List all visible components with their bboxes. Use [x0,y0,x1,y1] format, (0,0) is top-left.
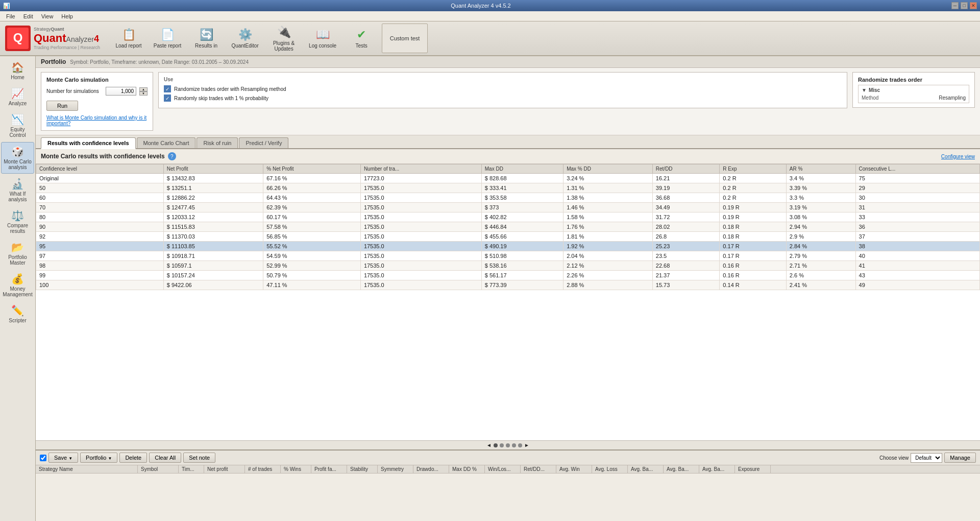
menu-file[interactable]: File [2,12,19,20]
cell-9-7: 0.16 R [720,261,786,271]
col-avg-ba2[interactable]: Avg. Ba... [664,465,699,473]
sidebar-item-money-management[interactable]: 💰 Money Management [1,270,34,300]
paste-report-button[interactable]: 📄 Paste report [149,23,186,53]
scroll-dot-1[interactable] [494,443,498,447]
col-r-exp[interactable]: R Exp [720,164,786,174]
col-avg-ba1[interactable]: Avg. Ba... [628,465,664,473]
col-ar-pct[interactable]: AR % [786,164,855,174]
col-exposure[interactable]: Exposure [735,465,771,473]
sidebar-item-what-if[interactable]: 🔬 What If analysis [1,175,34,205]
table-row[interactable]: 99$ 10157.2450.79 %17535.0$ 561.172.26 %… [36,271,980,280]
col-pct-wins[interactable]: % Wins [281,465,311,473]
col-profit-factor[interactable]: Profit fa... [311,465,347,473]
sidebar-item-equity-control[interactable]: 📉 Equity Control [1,110,34,141]
table-row[interactable]: Original$ 13432.8367.16 %17723.0$ 828.68… [36,174,980,183]
what-is-link[interactable]: What is Monte Carlo simulation and why i… [46,115,148,126]
num-simulations-input[interactable] [106,87,136,96]
scroll-dot-2[interactable] [500,443,504,447]
col-max-dd[interactable]: Max DD [481,164,563,174]
cell-9-1: $ 10597.1 [163,261,263,271]
run-button[interactable]: Run [46,101,78,111]
col-cons-l[interactable]: Consecutive L... [855,164,979,174]
option2-checkbox[interactable]: ✓ [164,94,171,102]
option1-checkbox[interactable]: ✓ [164,85,171,92]
table-row[interactable]: 60$ 12886.2264.43 %17535.0$ 353.581.38 %… [36,193,980,203]
select-all-checkbox[interactable] [40,455,46,461]
paste-report-icon: 📄 [161,28,175,41]
col-timeframe[interactable]: Tim... [179,465,204,473]
table-row[interactable]: 97$ 10918.7154.59 %17535.0$ 510.982.04 %… [36,251,980,261]
col-num-trades-b[interactable]: # of trades [245,465,281,473]
view-select[interactable]: Default [911,453,942,463]
table-row[interactable]: 80$ 12033.1260.17 %17535.0$ 402.821.58 %… [36,212,980,222]
plugins-updates-button[interactable]: 🔌 Plugins & Updates [265,23,302,53]
col-symbol[interactable]: Symbol [138,465,179,473]
scroll-dot-5[interactable] [518,443,522,447]
tab-confidence[interactable]: Results with confidence levels [41,137,136,149]
sidebar-item-analyze[interactable]: 📈 Analyze [1,84,34,109]
num-simulations-stepper[interactable]: ▲ ▼ [139,87,148,96]
col-strategy-name[interactable]: Strategy Name [36,465,138,473]
col-net-profit-b[interactable]: Net profit [204,465,245,473]
quant-editor-button[interactable]: ⚙️ QuantEditor [227,23,263,53]
col-net-profit[interactable]: Net Profit [163,164,263,174]
sidebar-item-portfolio-master[interactable]: 📂 Portfolio Master [1,238,34,269]
tests-button[interactable]: ✔ Tests [343,23,380,53]
col-drawdown[interactable]: Drawdo... [413,465,449,473]
manage-button[interactable]: Manage [944,453,976,463]
col-max-dd-pct[interactable]: Max DD % [449,465,485,473]
sidebar-item-monte-carlo[interactable]: 🎲 Monte Carlo analysis [1,142,34,174]
maximize-btn[interactable]: □ [961,2,968,9]
tab-predict[interactable]: Predict / Verify [239,137,288,148]
results-in-button[interactable]: 🔄 Results in [188,23,225,53]
col-pct-net-profit[interactable]: % Net Profit [263,164,361,174]
sidebar-item-scripter[interactable]: ✏️ Scripter [1,301,34,326]
set-note-button[interactable]: Set note [183,453,215,463]
stepper-down[interactable]: ▼ [139,91,148,96]
menu-edit[interactable]: Edit [19,12,37,20]
save-button[interactable]: Save [48,453,78,463]
custom-test-button[interactable]: Custom test [382,23,428,53]
menu-view[interactable]: View [37,12,58,20]
col-avg-loss[interactable]: Avg. Loss [592,465,628,473]
portfolio-button[interactable]: Portfolio [80,453,117,463]
table-row[interactable]: 95$ 11103.8555.52 %17535.0$ 490.191.92 %… [36,242,980,251]
clear-all-button[interactable]: Clear All [149,453,181,463]
col-confidence[interactable]: Confidence level [36,164,164,174]
scroll-dot-4[interactable] [512,443,516,447]
col-ret-dd-b[interactable]: Ret/DD... [521,465,556,473]
col-symmetry[interactable]: Symmetry [378,465,413,473]
table-row[interactable]: 92$ 11370.0356.85 %17535.0$ 455.661.81 %… [36,232,980,242]
col-num-trades[interactable]: Number of tra... [360,164,481,174]
delete-button[interactable]: Delete [119,453,147,463]
menu-help[interactable]: Help [57,12,77,20]
col-avg-ba3[interactable]: Avg. Ba... [699,465,735,473]
table-row[interactable]: 100$ 9422.0647.11 %17535.0$ 773.392.88 %… [36,280,980,290]
scroll-right-arrow[interactable]: ► [524,442,529,448]
sidebar-item-home[interactable]: 🏠 Home [1,58,34,83]
log-console-button[interactable]: 📖 Log console [304,23,341,53]
col-win-loss[interactable]: Win/Los... [485,465,521,473]
col-max-pct-dd[interactable]: Max % DD [564,164,653,174]
tab-chart[interactable]: Monte Carlo Chart [137,137,196,148]
table-row[interactable]: 98$ 10597.152.99 %17535.0$ 538.162.12 %2… [36,261,980,271]
collapse-icon[interactable]: ▼ [862,87,867,93]
configure-link[interactable]: Configure view [941,154,975,159]
sidebar-item-compare[interactable]: ⚖️ Compare results [1,206,34,237]
col-stability[interactable]: Stability [347,465,378,473]
col-ret-dd[interactable]: Ret/DD [652,164,720,174]
table-row[interactable]: 70$ 12477.4562.39 %17535.0$ 3731.46 %34.… [36,203,980,212]
minimize-btn[interactable]: ─ [951,2,959,9]
tab-ruin[interactable]: Risk of ruin [197,137,238,148]
table-row[interactable]: 50$ 13251.166.26 %17535.0$ 333.411.31 %3… [36,183,980,193]
table-row[interactable]: 90$ 11515.8357.58 %17535.0$ 446.841.76 %… [36,222,980,232]
load-report-button[interactable]: 📋 Load report [110,23,147,53]
info-icon[interactable]: ? [168,152,176,160]
stepper-up[interactable]: ▲ [139,87,148,91]
scroll-dot-3[interactable] [506,443,510,447]
close-btn[interactable]: ✕ [970,2,977,9]
col-avg-win[interactable]: Avg. Win [556,465,592,473]
portfolio-icon: 📂 [11,241,24,253]
portfolio-title: Portfolio [41,58,66,65]
scroll-left-arrow[interactable]: ◄ [486,442,492,448]
